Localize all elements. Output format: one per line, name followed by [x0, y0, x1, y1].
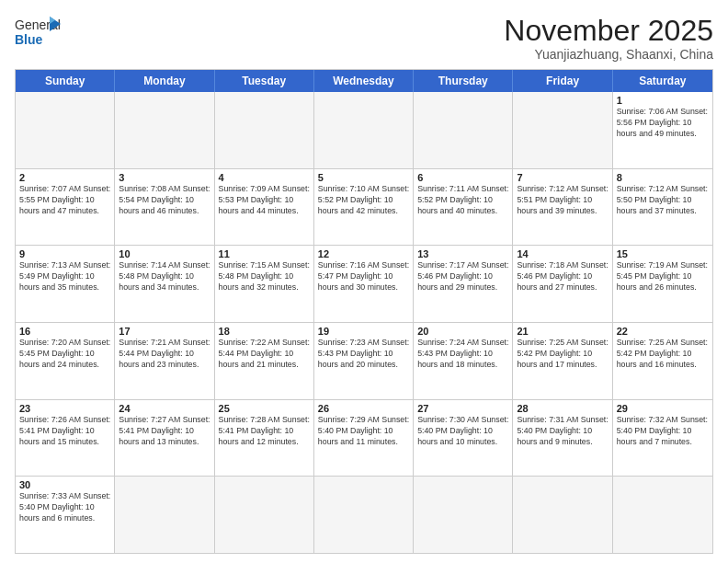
calendar-cell: 11Sunrise: 7:15 AM Sunset: 5:48 PM Dayli… [215, 246, 314, 322]
cell-info: Sunrise: 7:25 AM Sunset: 5:42 PM Dayligh… [617, 338, 709, 371]
calendar-cell: 25Sunrise: 7:28 AM Sunset: 5:41 PM Dayli… [215, 400, 314, 477]
calendar-cell: 29Sunrise: 7:32 AM Sunset: 5:40 PM Dayli… [613, 400, 712, 477]
cell-info: Sunrise: 7:07 AM Sunset: 5:55 PM Dayligh… [19, 184, 110, 217]
calendar-row-3: 16Sunrise: 7:20 AM Sunset: 5:45 PM Dayli… [16, 322, 712, 399]
calendar-cell [513, 477, 612, 553]
cell-info: Sunrise: 7:23 AM Sunset: 5:43 PM Dayligh… [318, 338, 409, 371]
day-number: 10 [119, 248, 210, 259]
cell-info: Sunrise: 7:19 AM Sunset: 5:45 PM Dayligh… [617, 260, 709, 293]
cell-info: Sunrise: 7:24 AM Sunset: 5:43 PM Dayligh… [417, 338, 508, 371]
cell-info: Sunrise: 7:27 AM Sunset: 5:41 PM Dayligh… [119, 415, 210, 448]
day-number: 19 [318, 326, 409, 337]
calendar-cell: 19Sunrise: 7:23 AM Sunset: 5:43 PM Dayli… [314, 323, 414, 399]
day-number: 6 [417, 172, 508, 183]
calendar-cell: 14Sunrise: 7:18 AM Sunset: 5:46 PM Dayli… [513, 246, 612, 322]
calendar-cell: 26Sunrise: 7:29 AM Sunset: 5:40 PM Dayli… [314, 400, 414, 477]
day-number: 28 [517, 403, 608, 414]
calendar-title: November 2025 [504, 15, 713, 47]
day-number: 20 [417, 326, 508, 337]
cell-info: Sunrise: 7:30 AM Sunset: 5:40 PM Dayligh… [417, 415, 508, 448]
calendar-cell: 18Sunrise: 7:22 AM Sunset: 5:44 PM Dayli… [215, 323, 314, 399]
day-number: 26 [318, 403, 409, 414]
cell-info: Sunrise: 7:18 AM Sunset: 5:46 PM Dayligh… [517, 260, 608, 293]
calendar-header-row: SundayMondayTuesdayWednesdayThursdayFrid… [16, 70, 712, 92]
calendar-cell [414, 92, 513, 168]
calendar-subtitle: Yuanjiazhuang, Shaanxi, China [504, 47, 713, 62]
day-number: 23 [19, 403, 110, 414]
calendar: SundayMondayTuesdayWednesdayThursdayFrid… [15, 69, 713, 554]
calendar-cell [513, 92, 612, 168]
cell-info: Sunrise: 7:20 AM Sunset: 5:45 PM Dayligh… [19, 338, 110, 371]
calendar-row-2: 9Sunrise: 7:13 AM Sunset: 5:49 PM Daylig… [16, 245, 712, 322]
header-cell-monday: Monday [115, 70, 214, 92]
cell-info: Sunrise: 7:32 AM Sunset: 5:40 PM Dayligh… [617, 415, 709, 448]
calendar-cell: 24Sunrise: 7:27 AM Sunset: 5:41 PM Dayli… [115, 400, 214, 477]
day-number: 25 [219, 403, 310, 414]
day-number: 29 [617, 403, 709, 414]
page: General Blue November 2025 Yuanjiazhuang… [0, 0, 728, 563]
calendar-cell: 15Sunrise: 7:19 AM Sunset: 5:45 PM Dayli… [613, 246, 712, 322]
calendar-cell [215, 477, 314, 553]
calendar-row-4: 23Sunrise: 7:26 AM Sunset: 5:41 PM Dayli… [16, 399, 712, 477]
day-number: 30 [19, 479, 110, 490]
calendar-cell: 8Sunrise: 7:12 AM Sunset: 5:50 PM Daylig… [613, 169, 712, 246]
calendar-cell [16, 92, 115, 168]
day-number: 21 [517, 326, 608, 337]
cell-info: Sunrise: 7:06 AM Sunset: 5:56 PM Dayligh… [617, 107, 709, 140]
calendar-cell: 13Sunrise: 7:17 AM Sunset: 5:46 PM Dayli… [414, 246, 513, 322]
cell-info: Sunrise: 7:31 AM Sunset: 5:40 PM Dayligh… [517, 415, 608, 448]
calendar-cell [613, 477, 712, 553]
cell-info: Sunrise: 7:15 AM Sunset: 5:48 PM Dayligh… [219, 260, 310, 293]
day-number: 8 [617, 172, 709, 183]
day-number: 27 [417, 403, 508, 414]
calendar-body: 1Sunrise: 7:06 AM Sunset: 5:56 PM Daylig… [16, 92, 712, 553]
calendar-cell: 21Sunrise: 7:25 AM Sunset: 5:42 PM Dayli… [513, 323, 612, 399]
calendar-cell: 3Sunrise: 7:08 AM Sunset: 5:54 PM Daylig… [115, 169, 214, 246]
day-number: 24 [119, 403, 210, 414]
calendar-cell: 9Sunrise: 7:13 AM Sunset: 5:49 PM Daylig… [16, 246, 115, 322]
day-number: 17 [119, 326, 210, 337]
header-cell-saturday: Saturday [613, 70, 712, 92]
calendar-cell: 30Sunrise: 7:33 AM Sunset: 5:40 PM Dayli… [16, 477, 115, 553]
day-number: 9 [19, 248, 110, 259]
cell-info: Sunrise: 7:14 AM Sunset: 5:48 PM Dayligh… [119, 260, 210, 293]
header-cell-sunday: Sunday [16, 70, 115, 92]
calendar-cell: 6Sunrise: 7:11 AM Sunset: 5:52 PM Daylig… [414, 169, 513, 246]
day-number: 4 [219, 172, 310, 183]
svg-text:Blue: Blue [15, 32, 43, 47]
calendar-row-0: 1Sunrise: 7:06 AM Sunset: 5:56 PM Daylig… [16, 92, 712, 168]
day-number: 18 [219, 326, 310, 337]
header-cell-tuesday: Tuesday [215, 70, 314, 92]
day-number: 14 [517, 248, 608, 259]
calendar-cell [314, 92, 414, 168]
cell-info: Sunrise: 7:10 AM Sunset: 5:52 PM Dayligh… [318, 184, 409, 217]
day-number: 16 [19, 326, 110, 337]
day-number: 12 [318, 248, 409, 259]
calendar-row-5: 30Sunrise: 7:33 AM Sunset: 5:40 PM Dayli… [16, 476, 712, 553]
calendar-cell [314, 477, 414, 553]
calendar-cell: 4Sunrise: 7:09 AM Sunset: 5:53 PM Daylig… [215, 169, 314, 246]
cell-info: Sunrise: 7:12 AM Sunset: 5:50 PM Dayligh… [617, 184, 709, 217]
calendar-cell [115, 92, 214, 168]
calendar-cell: 5Sunrise: 7:10 AM Sunset: 5:52 PM Daylig… [314, 169, 414, 246]
day-number: 11 [219, 248, 310, 259]
cell-info: Sunrise: 7:29 AM Sunset: 5:40 PM Dayligh… [318, 415, 409, 448]
cell-info: Sunrise: 7:08 AM Sunset: 5:54 PM Dayligh… [119, 184, 210, 217]
day-number: 1 [617, 95, 709, 106]
cell-info: Sunrise: 7:22 AM Sunset: 5:44 PM Dayligh… [219, 338, 310, 371]
cell-info: Sunrise: 7:26 AM Sunset: 5:41 PM Dayligh… [19, 415, 110, 448]
calendar-cell: 27Sunrise: 7:30 AM Sunset: 5:40 PM Dayli… [414, 400, 513, 477]
day-number: 3 [119, 172, 210, 183]
header-cell-friday: Friday [513, 70, 612, 92]
cell-info: Sunrise: 7:25 AM Sunset: 5:42 PM Dayligh… [517, 338, 608, 371]
day-number: 15 [617, 248, 709, 259]
day-number: 22 [617, 326, 709, 337]
cell-info: Sunrise: 7:13 AM Sunset: 5:49 PM Dayligh… [19, 260, 110, 293]
cell-info: Sunrise: 7:28 AM Sunset: 5:41 PM Dayligh… [219, 415, 310, 448]
generalblue-logo-icon: General Blue [15, 15, 61, 48]
header: General Blue November 2025 Yuanjiazhuang… [15, 15, 713, 62]
header-cell-thursday: Thursday [414, 70, 513, 92]
cell-info: Sunrise: 7:12 AM Sunset: 5:51 PM Dayligh… [517, 184, 608, 217]
day-number: 7 [517, 172, 608, 183]
calendar-cell: 23Sunrise: 7:26 AM Sunset: 5:41 PM Dayli… [16, 400, 115, 477]
